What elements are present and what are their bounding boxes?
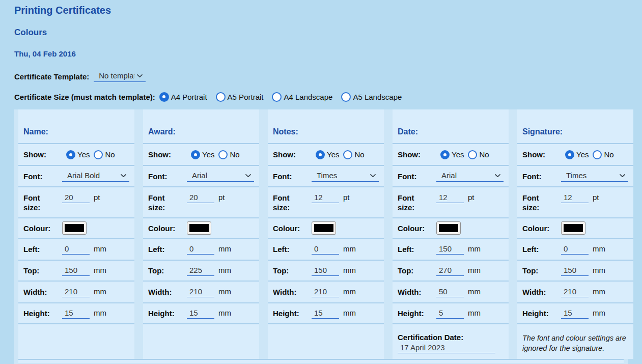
- notes-width-row: Width: mm: [268, 282, 384, 302]
- date-height-input[interactable]: [436, 309, 464, 319]
- page-title: Printing Certificates: [14, 4, 628, 17]
- date-top-input[interactable]: [436, 266, 464, 276]
- name-font-select[interactable]: Arial Bold: [62, 171, 129, 182]
- notes-height-unit: mm: [343, 309, 356, 317]
- award-colour-label: Colour:: [148, 223, 187, 233]
- date-font-size-input[interactable]: [436, 193, 464, 203]
- certificate-template-select[interactable]: No template: [94, 71, 146, 82]
- date-top-label: Top:: [398, 266, 436, 275]
- award-top-unit: mm: [218, 266, 231, 274]
- size-option-a4-landscape[interactable]: A4 Landscape: [272, 92, 332, 102]
- signature-height-unit: mm: [593, 309, 605, 317]
- size-option-a4-portrait[interactable]: A4 Portrait: [159, 92, 207, 102]
- signature-show-no-radio[interactable]: No: [593, 150, 613, 159]
- notes-top-unit: mm: [343, 266, 356, 274]
- award-left-input[interactable]: [187, 244, 214, 255]
- award-font-row: Font: Arial: [143, 166, 259, 186]
- award-show-no-radio[interactable]: No: [218, 150, 239, 159]
- date-colour-row: Colour:: [393, 218, 509, 238]
- award-colour-swatch: [189, 224, 209, 232]
- signature-show-yes-radio[interactable]: Yes: [565, 150, 589, 159]
- date-width-input[interactable]: [436, 287, 464, 297]
- award-show-yes-radio[interactable]: Yes: [191, 150, 214, 159]
- date-height-label: Height:: [398, 309, 436, 318]
- certificate-template-label: Certificate Template:: [14, 72, 89, 81]
- signature-note: The font and colour settings are ignored…: [522, 333, 628, 353]
- signature-width-input[interactable]: [561, 287, 589, 297]
- date-column-title: Date:: [398, 127, 418, 136]
- name-top-input[interactable]: [62, 266, 90, 276]
- date-font-select[interactable]: Arial: [436, 171, 504, 182]
- name-show-yes-radio[interactable]: Yes: [66, 150, 90, 159]
- radio-icon: [191, 150, 200, 159]
- name-column-title: Name:: [23, 127, 48, 136]
- notes-show-no-radio[interactable]: No: [343, 150, 364, 159]
- award-show-no-label: No: [230, 150, 239, 159]
- award-width-input[interactable]: [187, 287, 214, 297]
- signature-left-row: Left: mm: [517, 239, 633, 260]
- notes-font-select[interactable]: Times: [312, 171, 379, 182]
- date-show-yes-radio[interactable]: Yes: [440, 150, 464, 159]
- award-font-size-label: Font size:: [148, 193, 177, 212]
- signature-left-input[interactable]: [561, 244, 589, 255]
- notes-footer-cell: [268, 324, 384, 359]
- certificate-fields-panel: Name: Show: Yes No Font: Arial Bold Fon: [14, 109, 628, 364]
- signature-column-header: Signature:: [517, 109, 633, 143]
- name-top-row: Top: mm: [18, 261, 134, 281]
- notes-show-yes-radio[interactable]: Yes: [316, 150, 339, 159]
- signature-column-title: Signature:: [522, 127, 563, 136]
- award-footer-cell: [143, 324, 259, 359]
- signature-show-label: Show:: [522, 150, 561, 159]
- printing-certificates-page: Printing Certificates Colours Thu, 04 Fe…: [0, 4, 642, 364]
- notes-top-input[interactable]: [312, 266, 339, 276]
- signature-font-size-unit: pt: [593, 193, 599, 202]
- name-font-label: Font:: [23, 172, 62, 181]
- name-height-input[interactable]: [62, 309, 90, 319]
- size-option-a5-portrait[interactable]: A5 Portrait: [216, 92, 264, 102]
- notes-show-yes-label: Yes: [327, 150, 339, 159]
- notes-left-input[interactable]: [312, 244, 339, 255]
- radio-icon: [159, 92, 169, 102]
- award-font-select[interactable]: Arial: [187, 171, 254, 182]
- award-colour-picker-button[interactable]: [187, 221, 211, 235]
- notes-colour-picker-button[interactable]: [312, 221, 336, 235]
- signature-top-row: Top: mm: [517, 261, 633, 281]
- date-show-no-radio[interactable]: No: [468, 150, 489, 159]
- award-top-input[interactable]: [187, 266, 214, 276]
- date-colour-picker-button[interactable]: [436, 221, 461, 235]
- date-width-label: Width:: [398, 287, 436, 297]
- size-option-a5-landscape[interactable]: A5 Landscape: [341, 92, 402, 102]
- award-font-size-row: Font size: pt: [143, 187, 259, 217]
- award-show-row: Show: Yes No: [143, 144, 259, 165]
- notes-width-input[interactable]: [312, 287, 339, 297]
- date-left-input[interactable]: [436, 244, 464, 255]
- signature-height-input[interactable]: [561, 309, 589, 319]
- name-colour-picker-button[interactable]: [62, 221, 87, 235]
- name-left-input[interactable]: [62, 244, 90, 255]
- fields-grid: Name: Show: Yes No Font: Arial Bold Fon: [18, 109, 624, 359]
- notes-font-size-input[interactable]: [312, 193, 339, 203]
- signature-column: Signature: Show: Yes No Font: Times Fon: [517, 109, 633, 359]
- date-top-unit: mm: [468, 266, 481, 274]
- signature-show-row: Show: Yes No: [517, 144, 633, 165]
- signature-font-size-input[interactable]: [561, 193, 589, 203]
- name-width-input[interactable]: [62, 287, 90, 297]
- award-font-size-input[interactable]: [187, 193, 214, 203]
- award-show-label: Show:: [148, 150, 187, 159]
- date-footer-cell: Certification Date:: [393, 324, 509, 359]
- date-column-header: Date:: [393, 109, 509, 143]
- signature-colour-picker-button[interactable]: [561, 221, 585, 235]
- name-show-no-radio[interactable]: No: [94, 150, 115, 159]
- date-top-row: Top: mm: [393, 261, 509, 281]
- signature-top-input[interactable]: [561, 266, 589, 276]
- notes-height-input[interactable]: [312, 309, 339, 319]
- name-height-row: Height: mm: [18, 303, 134, 323]
- name-font-size-input[interactable]: [62, 193, 90, 203]
- award-height-input[interactable]: [187, 309, 214, 319]
- signature-font-select[interactable]: Times: [561, 171, 628, 182]
- certification-date-input[interactable]: [398, 343, 495, 353]
- radio-icon: [94, 150, 103, 159]
- date-show-label: Show:: [398, 150, 436, 159]
- award-column: Award: Show: Yes No Font: Arial Font si: [143, 109, 259, 359]
- signature-show-yes-label: Yes: [576, 150, 589, 159]
